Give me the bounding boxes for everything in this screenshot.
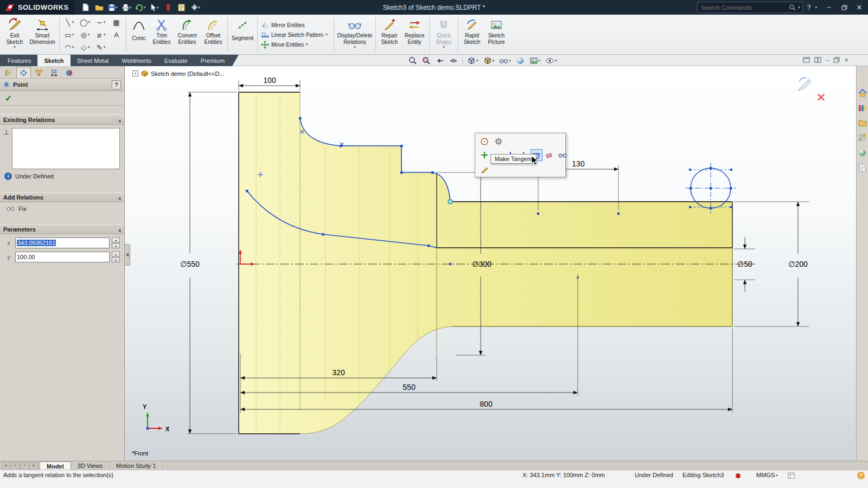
tile-windows-icon[interactable] [814, 57, 821, 63]
line-tool-button[interactable]: ╲ [61, 16, 77, 29]
select-button[interactable] [149, 2, 161, 14]
linear-sketch-pattern-button[interactable]: Linear Sketch Pattern [261, 31, 330, 39]
ellipse-tool-button[interactable]: ⌀ [93, 29, 108, 41]
x-coordinate-field[interactable]: 343.05952151 [15, 237, 110, 248]
conic-button[interactable]: Conic [128, 15, 150, 54]
resources-home-icon[interactable] [858, 89, 867, 97]
dimension-dia-300[interactable]: ∅300 [472, 260, 492, 268]
convert-entities-button[interactable]: Convert Entities [174, 15, 201, 54]
chevron-down-icon[interactable] [157, 5, 159, 10]
property-manager-tab[interactable] [16, 67, 31, 78]
custom-properties-icon[interactable] [859, 164, 866, 172]
ok-button[interactable] [5, 93, 12, 104]
chevron-down-icon[interactable] [116, 5, 118, 10]
next-tab-button[interactable] [20, 462, 29, 470]
options-button[interactable] [189, 2, 202, 14]
dimension-800[interactable]: 800 [480, 400, 493, 408]
add-relation-icon[interactable] [478, 149, 490, 161]
display-style-button[interactable] [483, 56, 495, 66]
spline-tool-button[interactable]: ∼ [93, 16, 108, 29]
circle-tool-button[interactable]: ◯ [77, 16, 93, 29]
offset-entities-button[interactable]: Offset Entities [201, 15, 226, 54]
panel-toggle-icon[interactable] [788, 472, 795, 479]
restore-document-icon[interactable] [833, 57, 840, 63]
chevron-down-icon[interactable] [326, 33, 328, 37]
new-window-icon[interactable] [803, 57, 810, 63]
tab-sheet-metal[interactable]: Sheet Metal [71, 55, 116, 66]
chevron-down-icon[interactable] [88, 33, 90, 37]
close-button[interactable] [852, 2, 867, 14]
chevron-down-icon[interactable] [144, 5, 146, 10]
exit-sketch-button[interactable]: Exit Sketch [2, 15, 27, 54]
tab-features[interactable]: Features [1, 55, 37, 66]
edit-appearance-button[interactable] [515, 56, 525, 66]
tab-sketch[interactable]: Sketch [37, 55, 70, 66]
file-explorer-icon[interactable] [858, 119, 867, 126]
chevron-down-icon[interactable] [306, 42, 308, 47]
chevron-down-icon[interactable] [104, 20, 106, 24]
chevron-down-icon[interactable] [88, 20, 91, 24]
add-relations-header[interactable]: Add Relations [0, 192, 124, 202]
dimension-320[interactable]: 320 [332, 368, 345, 377]
units-selector[interactable]: MMGS [756, 472, 775, 478]
status-help-icon[interactable] [857, 472, 865, 479]
relations-listbox[interactable] [12, 128, 120, 169]
dimension-550[interactable]: 550 [403, 383, 416, 391]
hide-show-items-button[interactable] [499, 56, 512, 65]
chevron-down-icon[interactable] [104, 45, 106, 49]
last-tab-button[interactable] [29, 462, 38, 470]
chevron-down-icon[interactable] [476, 59, 478, 63]
tab-premium[interactable]: Premium [194, 55, 231, 66]
move-entities-button[interactable]: Move Entities [261, 41, 330, 49]
display-delete-relations-button[interactable]: Display/Delete Relations [336, 15, 374, 54]
prev-tab-button[interactable] [11, 462, 20, 470]
dimension-dia-550[interactable]: ∅550 [180, 260, 200, 268]
replace-entity-button[interactable]: Replace Entity [401, 15, 427, 54]
panel-collapse-handle[interactable] [125, 244, 130, 266]
chevron-down-icon[interactable] [354, 45, 356, 49]
spin-down-button[interactable] [112, 258, 120, 263]
collapse-icon[interactable] [118, 117, 121, 123]
spin-up-button[interactable] [112, 237, 120, 243]
section-view-button[interactable] [449, 56, 458, 66]
polygon-tool-button[interactable]: ◇ [77, 41, 93, 54]
dimension-130[interactable]: 130 [572, 159, 585, 168]
chevron-down-icon[interactable] [443, 45, 445, 49]
display-relations-icon[interactable] [557, 149, 569, 161]
tab-model[interactable]: Model [40, 461, 71, 470]
graphics-area[interactable]: 100 130 ∅550 ∅300 ∅50 ∅200 320 550 800 Y… [125, 66, 856, 461]
minimize-button[interactable] [821, 2, 837, 14]
search-input[interactable] [700, 4, 787, 11]
circle-tool-icon[interactable] [478, 136, 490, 147]
previous-view-button[interactable] [435, 56, 445, 66]
collapse-icon[interactable] [118, 226, 121, 233]
rebuild-button[interactable] [162, 2, 174, 14]
rectangle-tool-button[interactable]: ▭ [61, 29, 77, 41]
sketch-viewport[interactable]: 100 130 ∅550 ∅300 ∅50 ∅200 320 550 800 Y… [125, 66, 856, 461]
cancel-sketch-icon[interactable] [817, 89, 825, 106]
design-library-icon[interactable] [858, 104, 866, 112]
repair-sketch-button[interactable]: Repair Sketch [378, 15, 401, 54]
chevron-down-icon[interactable] [776, 473, 778, 478]
close-document-icon[interactable] [844, 56, 848, 64]
chevron-down-icon[interactable] [104, 33, 106, 37]
view-orientation-button[interactable] [467, 56, 479, 66]
chevron-down-icon[interactable] [555, 59, 557, 63]
file-properties-button[interactable] [176, 2, 188, 14]
panel-help-button[interactable]: ? [112, 80, 121, 89]
mirror-entities-button[interactable]: Mirror Entities [261, 21, 330, 29]
chevron-down-icon[interactable] [130, 5, 132, 10]
y-coordinate-field[interactable]: 100.00 [15, 252, 110, 262]
quick-snaps-button[interactable]: Quick Snaps [431, 15, 456, 54]
new-document-button[interactable] [80, 2, 92, 14]
tab-3d-views[interactable]: 3D Views [71, 462, 110, 470]
chevron-down-icon[interactable] [798, 5, 800, 10]
chevron-down-icon[interactable] [72, 45, 74, 49]
fix-relation-button[interactable]: Fix [0, 202, 124, 217]
feature-manager-tab[interactable] [1, 67, 16, 78]
chevron-down-icon[interactable] [539, 59, 541, 63]
sketch-picture-button[interactable]: Sketch Picture [484, 15, 509, 54]
chevron-down-icon[interactable] [72, 20, 74, 24]
arc-tool-button[interactable]: ◠ [61, 41, 77, 54]
search-icon[interactable] [789, 4, 796, 11]
